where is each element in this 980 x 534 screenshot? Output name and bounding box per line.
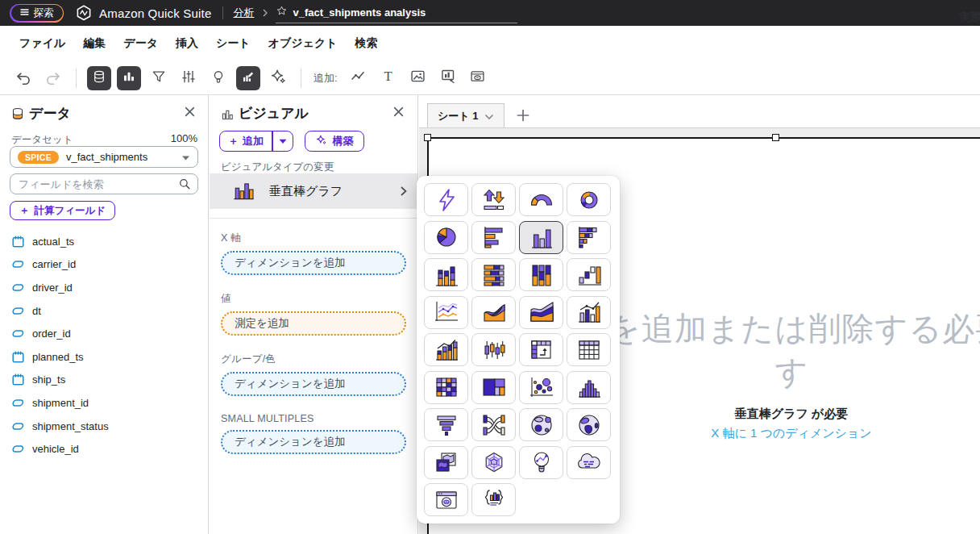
visual-type-scatter-plot[interactable]	[519, 371, 563, 404]
ai-assist-button[interactable]	[266, 66, 290, 90]
analysis-title[interactable]: v_fact_shipments analysis	[293, 6, 426, 19]
close-icon[interactable]	[184, 106, 196, 121]
visual-type-treemap[interactable]	[471, 371, 516, 404]
field-order_id[interactable]: order_id	[0, 322, 208, 345]
field-shipment_id[interactable]: shipment_id	[0, 391, 208, 415]
field-driver_id[interactable]: driver_id	[0, 276, 208, 299]
field-well-dropzone[interactable]: ディメンションを追加	[221, 430, 406, 454]
add-text-button[interactable]: T	[376, 66, 401, 90]
add-sheet-button[interactable]	[513, 105, 534, 126]
field-shipment_status[interactable]: shipment_status	[0, 415, 208, 438]
field-well-dropzone[interactable]: ディメンションを追加	[221, 251, 406, 275]
visual-type-funnel[interactable]	[424, 408, 468, 441]
field-search-input[interactable]	[10, 178, 178, 190]
parameters-button[interactable]	[176, 66, 201, 90]
visual-type-stacked-bar-line-combo[interactable]	[424, 333, 468, 366]
visual-type-horizontal-bar[interactable]	[471, 221, 516, 254]
visual-type-histogram[interactable]	[567, 371, 611, 404]
add-visual-caret-button[interactable]	[273, 131, 293, 151]
dataset-dropdown[interactable]: SPICE v_fact_shipments	[10, 146, 198, 168]
calculated-field-button[interactable]: ＋計算フィールド	[10, 201, 115, 220]
add-visual-main-button[interactable]: ＋追加	[220, 131, 272, 151]
visual-type-kpi[interactable]	[471, 183, 516, 216]
menu-item-edit[interactable]: 編集	[83, 36, 106, 51]
visual-type-auto-insights[interactable]	[424, 183, 468, 216]
scatter-plot-icon	[527, 374, 556, 400]
visual-type-sankey[interactable]	[471, 408, 516, 441]
heatmap-icon	[432, 374, 461, 400]
chevron-down-icon[interactable]	[484, 109, 494, 123]
close-icon[interactable]	[392, 106, 405, 121]
add-embed-button[interactable]	[466, 66, 490, 90]
build-button[interactable]: 構築	[305, 131, 364, 152]
visual-type-vertical-100-stacked-bar[interactable]	[519, 258, 563, 291]
visual-type-map-layers[interactable]	[424, 446, 468, 479]
sheet-tab[interactable]: シート 1	[427, 103, 505, 128]
kpi-icon	[480, 187, 509, 213]
field-dt[interactable]: dt	[0, 299, 208, 323]
visual-type-custom-visual[interactable]	[424, 483, 468, 516]
add-visual-button[interactable]	[436, 66, 460, 90]
breadcrumb-analysis-link[interactable]: 分析	[234, 6, 255, 20]
visual-type-donut[interactable]	[567, 183, 611, 216]
visual-type-gauge[interactable]	[519, 183, 563, 216]
visual-type-horizontal-stacked-bar[interactable]	[567, 221, 611, 254]
visual-type-area[interactable]	[471, 296, 516, 329]
visual-type-heatmap[interactable]	[424, 371, 468, 404]
visual-type-filled-map[interactable]	[567, 408, 611, 441]
visual-type-insights[interactable]	[519, 446, 563, 479]
field-vehicle_id[interactable]: vehicle_id	[0, 437, 208, 461]
redo-button[interactable]	[41, 66, 65, 90]
field-planned_ts[interactable]: planned_ts	[0, 345, 208, 369]
add-image-button[interactable]	[406, 66, 430, 90]
selected-visual-type-name: 垂直棒グラフ	[269, 184, 399, 199]
visual-type-radar[interactable]	[471, 446, 516, 479]
visual-type-waterfall[interactable]	[567, 258, 611, 291]
visual-type-vertical-bar-chart[interactable]	[519, 221, 563, 254]
add-trend-line-button[interactable]	[347, 66, 371, 90]
menu-item-insert[interactable]: 挿入	[176, 36, 198, 51]
visual-type-word-cloud[interactable]	[567, 446, 611, 479]
caret-down-icon	[181, 150, 190, 165]
analysis-title-field[interactable]: v_fact_shipments analysis	[276, 5, 517, 23]
menu-item-sheet[interactable]: シート	[216, 36, 251, 51]
field-carrier_id[interactable]: carrier_id	[0, 253, 208, 277]
visual-type-vertical-stacked-bar[interactable]	[424, 258, 468, 291]
resize-handle-top-middle[interactable]	[772, 134, 779, 141]
menu-item-data[interactable]: データ	[123, 36, 158, 51]
insights-button[interactable]	[206, 66, 230, 90]
menu-item-object[interactable]: オブジェクト	[268, 36, 338, 51]
edit-visual-button[interactable]	[236, 66, 260, 90]
menu-right-clipped[interactable]: 実際	[959, 0, 980, 35]
visual-type-stacked-area[interactable]	[519, 296, 563, 329]
visual-type-table[interactable]	[567, 333, 611, 366]
visual-type-pie[interactable]	[424, 221, 468, 254]
sankey-icon	[480, 412, 509, 438]
field-actual_ts[interactable]: actual_ts	[0, 230, 208, 253]
field-ship_ts[interactable]: ship_ts	[0, 369, 208, 392]
dataset-name: v_fact_shipments	[66, 151, 181, 163]
field-well-dropzone[interactable]: ディメンションを追加	[221, 372, 406, 396]
field-well-dropzone[interactable]: 測定を追加	[221, 311, 406, 336]
star-icon[interactable]	[276, 5, 288, 20]
selected-visual-type-row[interactable]: 垂直棒グラフ	[210, 173, 417, 209]
visual-type-pivot-table[interactable]	[519, 333, 563, 366]
visual-type-horizontal-100-stacked-bar[interactable]	[471, 258, 516, 291]
stacked-area-icon	[527, 299, 556, 325]
visual-type-points-on-map[interactable]	[519, 408, 563, 441]
visual-type-line[interactable]	[424, 296, 468, 329]
visuals-panel-toggle-button[interactable]	[117, 66, 141, 90]
visual-type-box-plot[interactable]	[471, 333, 516, 366]
menu-item-file[interactable]: ファイル	[19, 36, 65, 51]
visual-type-bar-line-combo[interactable]	[567, 296, 611, 329]
topbar-divider	[222, 6, 223, 19]
resize-handle-top-left[interactable]	[424, 134, 431, 141]
donut-icon	[575, 187, 604, 213]
explore-button[interactable]: 探索	[10, 4, 64, 23]
visual-type-free-form[interactable]	[471, 483, 516, 516]
filter-button[interactable]	[147, 66, 171, 90]
menu-item-search[interactable]: 検索	[355, 36, 378, 51]
undo-button[interactable]	[11, 66, 35, 90]
data-panel-toggle-button[interactable]	[87, 66, 111, 90]
visual-panel: ビジュアル ＋追加 構築 ビジュアルタイプの変更 垂直棒グラフ	[210, 95, 418, 534]
